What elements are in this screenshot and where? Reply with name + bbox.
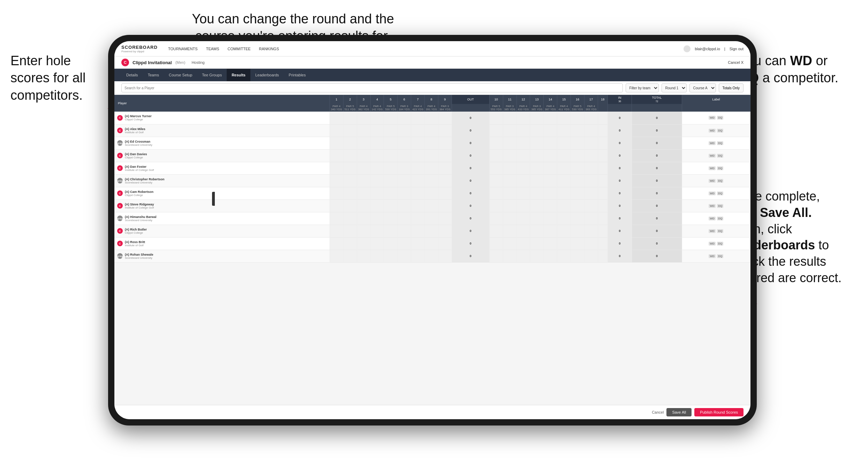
score-h17[interactable] <box>584 250 598 262</box>
score-h18[interactable] <box>598 112 607 124</box>
score-h15[interactable] <box>557 250 571 262</box>
score-h8[interactable] <box>425 225 438 237</box>
score-h4[interactable] <box>370 237 384 250</box>
score-h5[interactable] <box>384 149 398 162</box>
score-h1[interactable] <box>330 124 343 137</box>
dq-button[interactable]: DQ <box>717 179 723 183</box>
score-h3[interactable] <box>357 250 370 262</box>
score-h16[interactable] <box>571 225 584 237</box>
score-h3[interactable] <box>357 199 370 212</box>
score-h12[interactable] <box>516 112 530 124</box>
score-h15[interactable] <box>557 112 571 124</box>
score-h12[interactable] <box>516 149 530 162</box>
score-h14[interactable] <box>544 112 557 124</box>
wd-button[interactable]: WD <box>709 254 715 258</box>
score-h4[interactable] <box>370 199 384 212</box>
score-h17[interactable] <box>584 124 598 137</box>
nav-tournaments[interactable]: TOURNAMENTS <box>168 47 198 51</box>
nav-rankings[interactable]: RANKINGS <box>259 47 279 51</box>
score-h14[interactable] <box>544 250 557 262</box>
score-h12[interactable] <box>516 187 530 199</box>
score-h7[interactable] <box>411 212 425 225</box>
nav-teams[interactable]: TEAMS <box>206 47 219 51</box>
score-h1[interactable] <box>330 199 343 212</box>
score-h2[interactable] <box>343 174 357 187</box>
score-h1[interactable] <box>330 212 343 225</box>
score-h6[interactable] <box>398 137 411 149</box>
score-h18[interactable] <box>598 149 607 162</box>
score-h16[interactable] <box>571 149 584 162</box>
wd-button[interactable]: WD <box>709 204 715 208</box>
search-input[interactable] <box>121 83 623 92</box>
score-h12[interactable] <box>516 250 530 262</box>
score-h3[interactable] <box>357 187 370 199</box>
score-h9[interactable] <box>438 199 452 212</box>
score-h6[interactable] <box>398 112 411 124</box>
sign-out-text[interactable]: Sign out <box>730 47 744 51</box>
score-h12[interactable] <box>516 162 530 174</box>
score-h8[interactable] <box>425 124 438 137</box>
score-h2[interactable] <box>343 225 357 237</box>
score-h16[interactable] <box>571 187 584 199</box>
score-h13[interactable] <box>530 225 544 237</box>
score-h4[interactable] <box>370 174 384 187</box>
score-h8[interactable] <box>425 199 438 212</box>
score-h6[interactable] <box>398 199 411 212</box>
score-h16[interactable] <box>571 199 584 212</box>
score-h11[interactable] <box>503 174 516 187</box>
score-h10[interactable] <box>489 187 503 199</box>
score-h11[interactable] <box>503 112 516 124</box>
score-h12[interactable] <box>516 199 530 212</box>
score-h15[interactable] <box>557 137 571 149</box>
score-h3[interactable] <box>357 225 370 237</box>
score-h11[interactable] <box>503 212 516 225</box>
score-h1[interactable] <box>330 149 343 162</box>
score-h12[interactable] <box>516 212 530 225</box>
tab-printables[interactable]: Printables <box>284 69 311 81</box>
score-h18[interactable] <box>598 187 607 199</box>
score-h4[interactable] <box>370 187 384 199</box>
score-h5[interactable] <box>384 112 398 124</box>
score-h13[interactable] <box>530 187 544 199</box>
score-h5[interactable] <box>384 199 398 212</box>
score-h13[interactable] <box>530 237 544 250</box>
score-h6[interactable] <box>398 174 411 187</box>
score-h16[interactable] <box>571 162 584 174</box>
score-h3[interactable] <box>357 124 370 137</box>
score-h8[interactable] <box>425 112 438 124</box>
score-h18[interactable] <box>598 124 607 137</box>
score-h6[interactable] <box>398 237 411 250</box>
score-h16[interactable] <box>571 250 584 262</box>
score-h7[interactable] <box>411 174 425 187</box>
score-h9[interactable] <box>438 174 452 187</box>
score-h17[interactable] <box>584 162 598 174</box>
wd-button[interactable]: WD <box>709 129 715 133</box>
score-h5[interactable] <box>384 237 398 250</box>
wd-button[interactable]: WD <box>709 116 715 120</box>
score-h10[interactable] <box>489 174 503 187</box>
score-h7[interactable] <box>411 137 425 149</box>
score-h10[interactable] <box>489 112 503 124</box>
score-h9[interactable] <box>438 137 452 149</box>
score-h14[interactable] <box>544 199 557 212</box>
score-h10[interactable] <box>489 149 503 162</box>
score-h18[interactable] <box>598 174 607 187</box>
score-h14[interactable] <box>544 225 557 237</box>
score-h10[interactable] <box>489 237 503 250</box>
score-h9[interactable] <box>438 112 452 124</box>
score-h10[interactable] <box>489 199 503 212</box>
score-h5[interactable] <box>384 124 398 137</box>
score-h10[interactable] <box>489 162 503 174</box>
score-h6[interactable] <box>398 250 411 262</box>
wd-button[interactable]: WD <box>709 229 715 233</box>
score-h15[interactable] <box>557 237 571 250</box>
score-h15[interactable] <box>557 174 571 187</box>
score-h15[interactable] <box>557 162 571 174</box>
score-h10[interactable] <box>489 250 503 262</box>
score-h14[interactable] <box>544 174 557 187</box>
score-h3[interactable] <box>357 174 370 187</box>
score-h8[interactable] <box>425 149 438 162</box>
score-h2[interactable] <box>343 250 357 262</box>
score-h13[interactable] <box>530 199 544 212</box>
score-h7[interactable] <box>411 162 425 174</box>
